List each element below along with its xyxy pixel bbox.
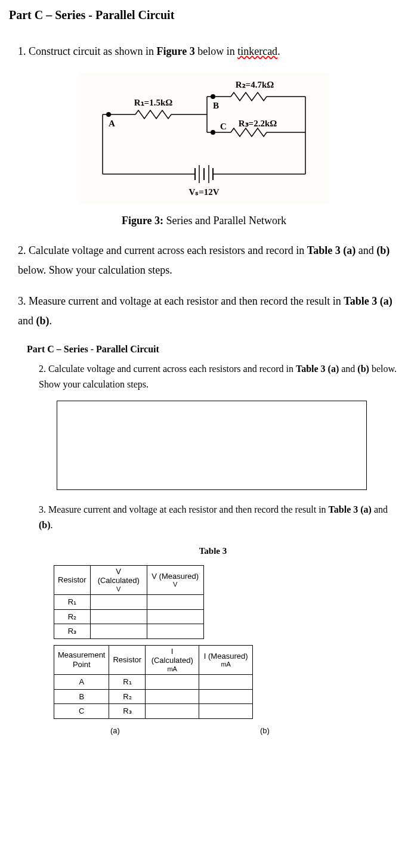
label-b: (b) xyxy=(260,725,270,737)
num: 2. xyxy=(18,244,26,256)
text: Measure current and voltage at each resi… xyxy=(26,295,344,307)
label-a: (a) xyxy=(110,725,120,737)
cell[interactable] xyxy=(147,595,203,610)
header-icalc: I (Calculated) mA xyxy=(146,645,199,674)
text: and xyxy=(356,244,376,256)
text: . xyxy=(277,45,280,57)
num: 2. xyxy=(39,364,46,374)
figure-caption: Figure 3: Series and Parallel Network xyxy=(9,213,399,229)
sub-instruction-3: 3. Measure current and voltage at each r… xyxy=(39,502,399,532)
sub-title: Part C – Series - Parallel Circuit xyxy=(27,342,399,356)
table-ref-b: (b) xyxy=(39,520,51,530)
table-ref-b: (b) xyxy=(36,315,50,327)
instruction-2: 2. Calculate voltage and current across … xyxy=(18,241,399,280)
text: I (Measured) xyxy=(203,652,249,661)
circuit-figure: R₁=1.5kΩ R₂=4.7kΩ R₃=2.2kΩ A B C Vₛ=12V xyxy=(9,73,399,204)
table-ref-b: (b) xyxy=(376,244,390,256)
node-a-label: A xyxy=(109,119,115,128)
text: below. Show your calculation steps. xyxy=(18,264,172,276)
header-vmeas: V (Measured) V xyxy=(147,565,203,594)
cell[interactable] xyxy=(90,624,147,639)
cell: R₂ xyxy=(109,689,146,704)
cell[interactable] xyxy=(147,624,203,639)
tinkercad-link[interactable]: tinkercad xyxy=(237,45,277,57)
header-point: Measurement Point xyxy=(54,645,109,674)
text: mA xyxy=(149,665,195,673)
node-a xyxy=(106,112,111,117)
table-ref: Table 3 (a) xyxy=(307,244,356,256)
cell[interactable] xyxy=(146,704,199,719)
text: . xyxy=(50,315,52,327)
node-c xyxy=(211,130,215,135)
cell: A xyxy=(54,675,109,690)
figure-ref: Figure 3 xyxy=(156,45,194,57)
r3-label: R₃=2.2kΩ xyxy=(239,119,277,128)
table-row: AR₁ xyxy=(54,675,253,690)
caption-text: Series and Parallel Network xyxy=(163,215,286,227)
sub-section: Part C – Series - Parallel Circuit 2. Ca… xyxy=(27,342,399,736)
header-imeas: I (Measured) mA xyxy=(199,645,253,674)
cell[interactable] xyxy=(199,704,253,719)
table-ref: Table 3 (a) xyxy=(296,364,339,374)
node-b xyxy=(211,94,215,99)
cell: R₃ xyxy=(54,624,91,639)
instruction-1: 1. Construct circuit as shown in Figure … xyxy=(18,42,399,61)
cell[interactable] xyxy=(90,609,147,624)
text: V (Measured) xyxy=(151,572,200,581)
num: 3. xyxy=(18,295,26,307)
text: Calculate voltage and current across eac… xyxy=(46,364,296,374)
text: Measure current and voltage at each resi… xyxy=(46,504,329,514)
table-row: CR₃ xyxy=(54,704,253,719)
text: V xyxy=(151,581,200,588)
cell: C xyxy=(54,704,109,719)
table-row: BR₂ xyxy=(54,689,253,704)
text: and xyxy=(339,364,357,374)
cell[interactable] xyxy=(199,689,253,704)
cell: R₁ xyxy=(109,675,146,690)
node-b-label: B xyxy=(213,101,219,110)
text: mA xyxy=(203,661,249,668)
sub-instruction-2: 2. Calculate voltage and current across … xyxy=(39,361,399,392)
text: V xyxy=(94,585,143,593)
vs-label: Vₛ=12V xyxy=(188,187,219,197)
section-title: Part C – Series - Parallel Circuit xyxy=(9,6,399,24)
caption-bold: Figure 3: xyxy=(122,215,163,227)
table-row: R₂ xyxy=(54,609,204,624)
node-c-label: C xyxy=(220,122,227,131)
table-row: R₁ xyxy=(54,595,204,610)
num: 1. xyxy=(18,45,26,57)
table-b: Measurement Point Resistor I (Calculated… xyxy=(54,645,253,719)
text: Measurement xyxy=(58,650,105,660)
cell: R₁ xyxy=(54,595,91,610)
cell[interactable] xyxy=(146,689,199,704)
circuit-diagram: R₁=1.5kΩ R₂=4.7kΩ R₃=2.2kΩ A B C Vₛ=12V xyxy=(79,73,329,204)
text: V (Calculated) xyxy=(94,567,143,585)
table-a: Resistor V (Calculated) V V (Measured) V… xyxy=(54,565,204,639)
header-resistor: Resistor xyxy=(109,645,146,674)
table-ref: Table 3 (a) xyxy=(329,504,372,514)
text: Calculate voltage and current across eac… xyxy=(26,244,307,256)
table-ref-b: (b) xyxy=(357,364,369,374)
text: Construct circuit as shown in xyxy=(26,45,157,57)
text: Point xyxy=(58,660,105,669)
header-resistor: Resistor xyxy=(54,565,91,594)
text: I (Calculated) xyxy=(149,647,195,665)
cell[interactable] xyxy=(147,609,203,624)
text: and xyxy=(18,315,36,327)
table-labels: (a) (b) xyxy=(54,725,399,737)
instruction-3: 3. Measure current and voltage at each r… xyxy=(18,292,399,330)
table-row: R₃ xyxy=(54,624,204,639)
cell[interactable] xyxy=(146,675,199,690)
cell: B xyxy=(54,689,109,704)
cell: R₂ xyxy=(54,609,91,624)
cell[interactable] xyxy=(199,675,253,690)
answer-box[interactable] xyxy=(57,401,367,490)
table-ref: Table 3 (a) xyxy=(344,295,392,307)
cell[interactable] xyxy=(90,595,147,610)
r2-label: R₂=4.7kΩ xyxy=(236,80,274,89)
cell: R₃ xyxy=(109,704,146,719)
header-vcalc: V (Calculated) V xyxy=(90,565,147,594)
svg-rect-0 xyxy=(79,73,329,204)
tables-container: Resistor V (Calculated) V V (Measured) V… xyxy=(54,565,399,719)
r1-label: R₁=1.5kΩ xyxy=(134,98,172,107)
